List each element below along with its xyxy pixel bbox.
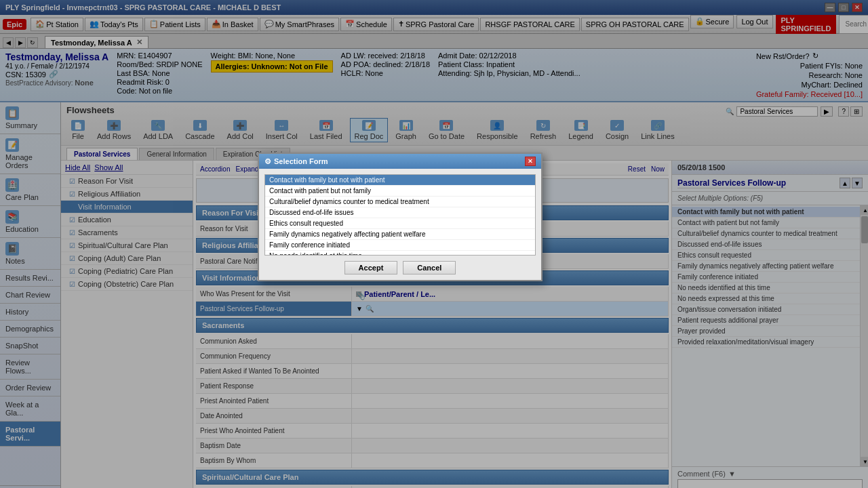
modal-list-item[interactable]: No needs identified at this time [265,251,535,256]
modal-icon: ⚙ [264,157,271,166]
modal-content: Contact with family but not with patient… [259,169,541,280]
cancel-button[interactable]: Cancel [403,261,456,274]
modal-list-item[interactable]: Family dynamics negatively affecting pat… [265,229,535,240]
modal-buttons: Accept Cancel [264,261,536,274]
modal-list[interactable]: Contact with family but not with patient… [264,174,536,256]
modal-header: ⚙ Selection Form ✕ [259,154,541,169]
accept-button[interactable]: Accept [344,261,398,274]
modal-list-item[interactable]: Ethics consult requested [265,218,535,229]
modal-list-item[interactable]: Contact with family but not with patient [265,175,535,186]
modal-overlay: ⚙ Selection Form ✕ Contact with family b… [0,0,868,488]
modal-list-item[interactable]: Family conference initiated [265,240,535,251]
modal-header-left: ⚙ Selection Form [264,157,328,166]
selection-form-modal: ⚙ Selection Form ✕ Contact with family b… [258,152,542,281]
modal-list-item[interactable]: Discussed end-of-life issues [265,207,535,218]
modal-list-item[interactable]: Contact with patient but not family [265,186,535,197]
modal-list-item[interactable]: Cultural/belief dynamics counter to medi… [265,197,535,207]
modal-title: Selection Form [274,157,328,165]
modal-close-button[interactable]: ✕ [525,157,536,166]
